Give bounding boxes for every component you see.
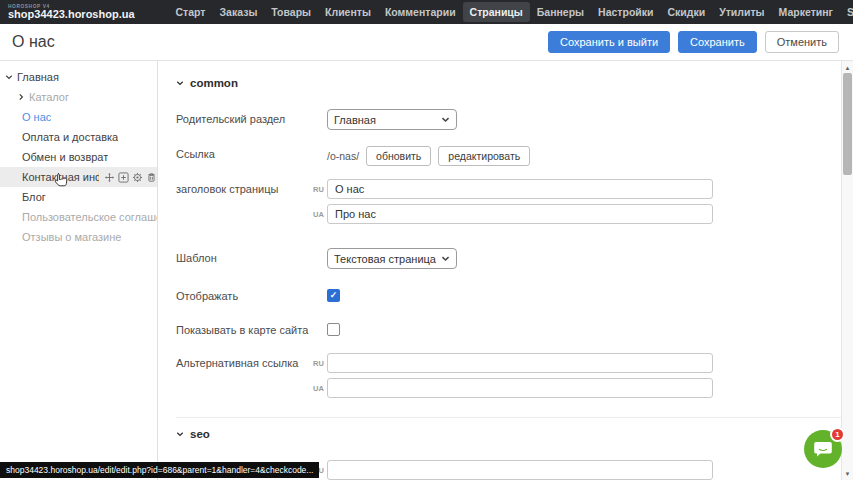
tree-item-label: Пользовательское соглашение (22, 211, 157, 223)
field-label: Альтернативная ссылка (176, 353, 313, 370)
nav-item-utilities[interactable]: Утилиты (712, 2, 771, 22)
chevron-down-icon (176, 79, 184, 87)
link-path-value: /o-nas/ (327, 150, 359, 162)
html-title-ru-input[interactable] (327, 460, 713, 480)
lang-badge-ru: RU (313, 185, 327, 194)
tree-item-label: Блог (22, 191, 46, 203)
chat-notification-badge: 1 (830, 427, 845, 442)
logo-domain: shop34423.horoshop.ua (8, 9, 135, 21)
nav-item-banners[interactable]: Баннеры (530, 2, 591, 22)
section-seo-title: seo (190, 428, 210, 440)
nav-item-products[interactable]: Товары (264, 2, 318, 22)
tree-item-label: Контактная инфор (22, 171, 99, 183)
select-value: Текстовая страница (334, 253, 441, 265)
nav-item-marketing[interactable]: Маркетинг (772, 2, 840, 22)
logo[interactable]: HOROSHOP V4 shop34423.horoshop.ua (8, 4, 135, 21)
page-header: О нас Сохранить и выйти Сохранить Отмени… (0, 24, 853, 61)
tree-item-payment-delivery[interactable]: Оплата и доставка (0, 127, 157, 147)
chat-bubble-icon (813, 440, 833, 458)
nav-item-seo[interactable]: Seo (840, 2, 853, 22)
lang-badge-ua: UA (313, 384, 327, 393)
page-edit-form: common Родительский раздел Главная Ссылк… (157, 61, 841, 480)
field-label: Шаблон (176, 248, 313, 265)
select-value: Главная (334, 114, 441, 126)
field-sitemap: Показывать в карте сайта (176, 320, 841, 337)
main-nav: Старт Заказы Товары Клиенты Комментарии … (169, 2, 853, 22)
page-title: О нас (12, 33, 55, 51)
chevron-down-icon (441, 115, 450, 124)
parent-section-select[interactable]: Главная (327, 109, 457, 130)
tree-item-label: Обмен и возврат (22, 151, 108, 163)
tree-item-catalog[interactable]: Каталог (0, 87, 157, 107)
template-select[interactable]: Текстовая страница (327, 248, 457, 269)
section-common-title: common (190, 77, 238, 89)
tree-item-user-agreement[interactable]: Пользовательское соглашение (0, 207, 157, 227)
delete-trash-icon[interactable] (146, 172, 157, 183)
nav-item-settings[interactable]: Настройки (591, 2, 660, 22)
alt-link-ru-input[interactable] (327, 353, 713, 373)
nav-item-pages[interactable]: Страницы (463, 2, 530, 22)
section-common-toggle[interactable]: common (176, 77, 841, 89)
status-url-tooltip: shop34423.horoshop.ua/edit/edit.php?id=6… (0, 462, 319, 478)
nav-item-comments[interactable]: Комментарии (378, 2, 463, 22)
field-label: заголовок страницы (176, 179, 313, 196)
chevron-down-icon (441, 254, 450, 263)
tree-item-hover-actions (104, 172, 157, 183)
tree-item-home[interactable]: Главная (0, 67, 157, 87)
lang-badge-ua: UA (313, 210, 327, 219)
tree-item-label: Отзывы о магазине (22, 231, 121, 243)
pages-tree-sidebar: Главная Каталог О нас Оплата и доставка … (0, 61, 157, 480)
tree-item-contact-info[interactable]: Контактная инфор (0, 167, 157, 187)
refresh-link-button[interactable]: обновить (366, 146, 431, 166)
chevron-down-icon (176, 430, 184, 438)
chevron-right-icon[interactable] (17, 93, 25, 101)
save-button[interactable]: Сохранить (678, 31, 757, 53)
field-label: Отображать (176, 286, 313, 303)
tree-item-label: О нас (22, 111, 51, 123)
settings-gear-icon[interactable] (132, 172, 143, 183)
tree-item-store-reviews[interactable]: Отзывы о магазине (0, 227, 157, 247)
lang-badge-ru: RU (313, 359, 327, 368)
sitemap-checkbox[interactable] (327, 323, 340, 336)
save-and-exit-button[interactable]: Сохранить и выйти (548, 31, 670, 53)
cancel-button[interactable]: Отменить (765, 31, 839, 53)
nav-item-clients[interactable]: Клиенты (318, 2, 378, 22)
field-label: Ссылка (176, 144, 313, 161)
field-template: Шаблон Текстовая страница (176, 248, 841, 269)
field-parent-section: Родительский раздел Главная (176, 109, 841, 130)
field-label: Показывать в карте сайта (176, 320, 313, 337)
field-alt-link: Альтернативная ссылка RU UA (176, 353, 841, 403)
add-page-icon[interactable] (118, 172, 129, 183)
alt-link-ua-input[interactable] (327, 378, 713, 398)
nav-item-discounts[interactable]: Скидки (661, 2, 713, 22)
section-seo-toggle[interactable]: seo (176, 428, 841, 440)
scroll-up-arrow-icon[interactable]: ▲ (842, 62, 853, 73)
tree-item-label: Оплата и доставка (22, 131, 118, 143)
display-checkbox[interactable] (327, 289, 340, 302)
page-title-ua-input[interactable] (327, 204, 713, 224)
field-display: Отображать (176, 286, 841, 303)
page-actions: Сохранить и выйти Сохранить Отменить (548, 31, 839, 53)
edit-link-button[interactable]: редактировать (438, 146, 530, 166)
scroll-down-arrow-icon[interactable]: ▼ (842, 468, 853, 479)
nav-item-orders[interactable]: Заказы (213, 2, 265, 22)
tree-item-blog[interactable]: Блог (0, 187, 157, 207)
scrollbar-thumb[interactable] (843, 73, 852, 175)
top-navbar: HOROSHOP V4 shop34423.horoshop.ua Старт … (0, 0, 853, 24)
vertical-scrollbar[interactable]: ▲ ▼ (841, 61, 853, 480)
field-label: Родительский раздел (176, 109, 313, 126)
move-icon[interactable] (104, 172, 115, 183)
tree-item-label: Главная (17, 71, 59, 83)
nav-item-start[interactable]: Старт (169, 2, 213, 22)
field-page-title: заголовок страницы RU UA (176, 179, 841, 229)
page-title-ru-input[interactable] (327, 179, 713, 199)
tree-item-exchange-return[interactable]: Обмен и возврат (0, 147, 157, 167)
tree-item-label: Каталог (29, 91, 69, 103)
tree-item-about-us[interactable]: О нас (0, 107, 157, 127)
chevron-down-icon[interactable] (5, 73, 13, 81)
field-link: Ссылка /o-nas/ обновить редактировать (176, 144, 841, 166)
support-chat-button[interactable]: 1 (804, 430, 842, 468)
